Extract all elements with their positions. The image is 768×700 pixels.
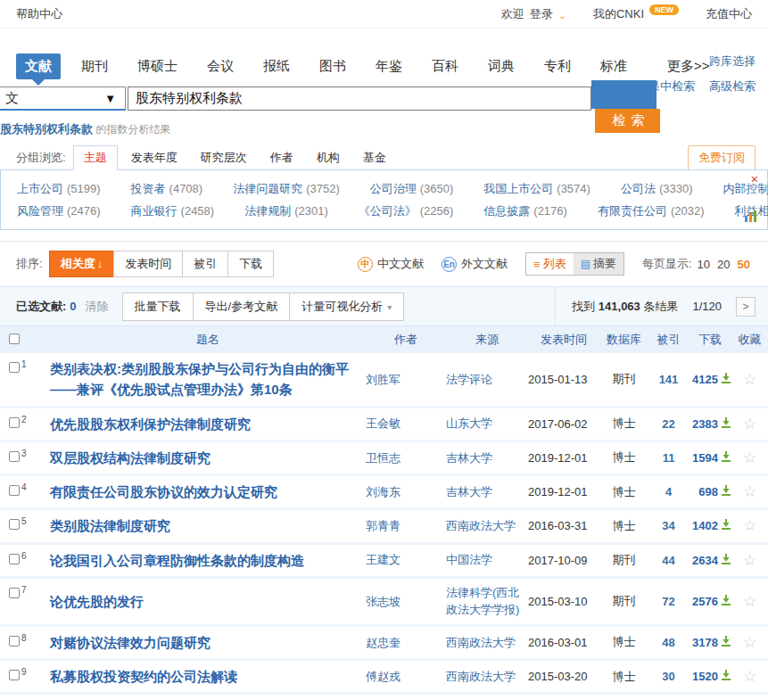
download-link[interactable]: 1402	[689, 519, 731, 532]
favorite-star-icon[interactable]: ☆	[731, 415, 768, 433]
help-center-link[interactable]: 帮助中心	[16, 6, 62, 22]
download-link[interactable]: 4125	[689, 373, 731, 386]
visualization-analysis-button[interactable]: 计量可视化分析▾	[289, 292, 404, 321]
cited-count-link[interactable]: 30	[648, 670, 689, 683]
topic-tag[interactable]: 公司治理(3650)	[370, 181, 454, 197]
document-title-link[interactable]: 对赌协议法律效力问题研究	[50, 632, 366, 653]
row-checkbox[interactable]	[9, 417, 20, 428]
download-link[interactable]: 1520	[689, 670, 731, 683]
favorite-star-icon[interactable]: ☆	[731, 370, 768, 389]
per-page-option[interactable]: 10	[696, 258, 712, 271]
column-header[interactable]: 作者	[366, 332, 446, 348]
download-link[interactable]: 698	[689, 485, 731, 498]
next-page-button[interactable]: >	[736, 297, 756, 317]
recharge-center-link[interactable]: 充值中心	[706, 6, 752, 22]
topic-tag[interactable]: 《公司法》(2256)	[359, 203, 454, 219]
topic-tag[interactable]: 我国上市公司(3574)	[483, 181, 590, 197]
search-field-dropdown[interactable]: 文 ▼	[0, 86, 126, 111]
cited-count-link[interactable]: 22	[648, 417, 689, 431]
topic-tag[interactable]: 投资者(4708)	[131, 181, 203, 197]
free-subscribe-button[interactable]: 免费订阅	[688, 145, 756, 170]
favorite-star-icon[interactable]: ☆	[731, 449, 768, 467]
nav-tab[interactable]: 会议	[198, 54, 243, 79]
document-title-link[interactable]: 类别股法律制度研究	[50, 515, 366, 536]
topic-tag[interactable]: 法律问题研究(3752)	[233, 181, 340, 197]
list-view-button[interactable]: ≡ 列表	[526, 253, 574, 275]
favorite-star-icon[interactable]: ☆	[731, 592, 768, 611]
row-checkbox[interactable]	[9, 588, 20, 598]
document-title-link[interactable]: 双层股权结构法律制度研究	[50, 448, 366, 468]
source-link[interactable]: 西南政法大学	[446, 634, 528, 652]
cited-count-link[interactable]: 141	[648, 373, 689, 386]
topic-tag[interactable]: 商业银行(2458)	[131, 203, 215, 219]
row-checkbox[interactable]	[9, 670, 20, 680]
row-checkbox[interactable]	[9, 485, 20, 496]
author-link[interactable]: 王建文	[366, 551, 446, 569]
source-link[interactable]: 法律科学(西北政法大学学报)	[446, 584, 528, 619]
source-link[interactable]: 西南政法大学	[446, 668, 528, 686]
sort-button[interactable]: 被引	[182, 251, 228, 277]
topic-tag[interactable]: 信息披露(2176)	[483, 203, 567, 219]
column-header[interactable]: 题名	[50, 332, 366, 348]
topic-tag[interactable]: 法律规制(2301)	[244, 203, 328, 219]
download-link[interactable]: 3178	[689, 636, 731, 649]
cited-count-link[interactable]: 44	[648, 554, 689, 567]
per-page-option[interactable]: 50	[736, 258, 752, 271]
column-header[interactable]: 发表时间	[528, 332, 599, 348]
column-header[interactable]: 被引	[648, 332, 689, 348]
cited-count-link[interactable]: 34	[648, 519, 689, 532]
cited-count-link[interactable]: 4	[648, 485, 689, 498]
group-tab[interactable]: 作者	[260, 146, 303, 169]
column-header[interactable]: 来源	[446, 332, 528, 348]
author-link[interactable]: 赵忠奎	[366, 634, 446, 652]
topic-tag[interactable]: 公司法(3330)	[621, 181, 693, 197]
document-title-link[interactable]: 论优先股的发行	[50, 591, 366, 612]
download-link[interactable]: 2383	[689, 417, 731, 431]
nav-tab[interactable]: 图书	[310, 54, 355, 79]
close-icon[interactable]: ×	[751, 172, 758, 186]
sort-button[interactable]: 下载	[227, 251, 274, 277]
author-link[interactable]: 刘海东	[366, 483, 446, 501]
per-page-option[interactable]: 20	[715, 258, 731, 271]
topic-tag[interactable]: 上市公司(5199)	[17, 181, 101, 197]
author-link[interactable]: 张志坡	[366, 593, 446, 611]
column-header[interactable]: 数据库	[599, 332, 648, 348]
sort-button[interactable]: 相关度↓	[49, 251, 115, 277]
group-tab[interactable]: 发表年度	[121, 146, 187, 169]
author-link[interactable]: 卫恒志	[366, 449, 446, 467]
favorite-star-icon[interactable]: ☆	[731, 551, 768, 570]
download-link[interactable]: 1594	[689, 451, 731, 465]
nav-tab[interactable]: 年鉴	[367, 54, 411, 79]
nav-tab[interactable]: 期刊	[72, 54, 117, 79]
my-cnki-link[interactable]: 我的CNKI	[593, 6, 644, 22]
author-link[interactable]: 王会敏	[366, 415, 446, 432]
group-tab[interactable]: 研究层次	[191, 146, 257, 169]
source-link[interactable]: 吉林大学	[446, 449, 528, 467]
nav-tab[interactable]: 报纸	[254, 54, 299, 79]
group-tab[interactable]: 机构	[307, 146, 350, 169]
select-all-checkbox[interactable]	[9, 334, 20, 344]
abstract-view-button[interactable]: ▤ 摘要	[574, 253, 623, 275]
search-button[interactable]: 检索	[595, 109, 660, 133]
favorite-star-icon[interactable]: ☆	[731, 482, 768, 501]
author-link[interactable]: 傅赵戎	[366, 668, 446, 686]
bar-chart-icon[interactable]	[744, 210, 758, 225]
more-link[interactable]: 更多>>	[667, 58, 710, 75]
favorite-star-icon[interactable]: ☆	[731, 516, 768, 535]
search-toolbar-block[interactable]	[591, 80, 657, 109]
batch-download-button[interactable]: 批量下载	[122, 292, 194, 321]
document-title-link[interactable]: 优先股股东权利保护法律制度研究	[50, 414, 366, 434]
nav-tab[interactable]: 百科	[423, 54, 467, 79]
cross-db-select-link[interactable]: 跨库选择	[709, 54, 756, 70]
topic-tag[interactable]: 有限责任公司(2032)	[598, 203, 705, 219]
column-header[interactable]: 下载	[689, 332, 731, 348]
row-checkbox[interactable]	[9, 636, 20, 646]
favorite-star-icon[interactable]: ☆	[731, 633, 768, 652]
row-checkbox[interactable]	[9, 519, 20, 530]
group-tab[interactable]: 主题	[73, 145, 118, 170]
author-link[interactable]: 郭青青	[366, 517, 446, 535]
cited-count-link[interactable]: 48	[648, 636, 689, 649]
chinese-literature-toggle[interactable]: 中 中文文献	[358, 256, 424, 272]
sort-button[interactable]: 发表时间	[113, 251, 183, 277]
cited-count-link[interactable]: 11	[648, 451, 689, 465]
